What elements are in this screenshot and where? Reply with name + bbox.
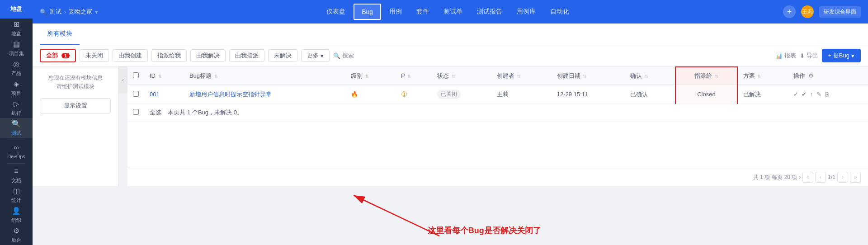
sidebar-item-stats[interactable]: ◫ 统计 [0,185,33,205]
sort-icon: ⇅ [583,74,586,79]
filter-assigned-button[interactable]: 指派给我 [151,49,187,62]
table-wrap: ID ⇅ Bug标题 ⇅ 级别 ⇅ P ⇅ [127,66,868,122]
annotation-text: 这里看每个Bug是否解决关闭了 [428,225,541,236]
content-row: 您现在还没有模块信息 请维护测试模块 显示设置 ‹ [33,66,868,186]
col-actions: 操作 ⚙ [788,67,868,85]
sidebar-logo[interactable]: 地盘 [0,0,33,19]
row-checkbox[interactable] [133,91,139,97]
annotation-area: 这里看每个Bug是否解决关闭了 [33,186,868,245]
filter-unresolved-button[interactable]: 未解决 [268,49,297,62]
chevron-down-icon: ▾ [321,52,324,59]
filter-all-button[interactable]: 全部 1 [40,49,76,62]
sort-icon: ⇅ [214,74,218,79]
bug-id-link[interactable]: 001 [150,91,160,98]
menu-item-case[interactable]: 用例 [382,0,409,24]
subtab-all-modules[interactable]: 所有模块 [40,24,80,45]
menu-item-dashboard[interactable]: 仪表盘 [319,0,353,24]
sidebar-divider [7,140,25,140]
sidebar-item-label: 项目 [11,90,21,97]
menu-item-report[interactable]: 测试报告 [470,0,509,24]
sort-icon: ⇅ [158,74,162,79]
select-all-checkbox[interactable] [133,72,139,78]
add-button[interactable]: + [783,5,796,18]
cell-assigned: Closed [675,85,737,104]
topnav-right: + 王莉 研发综合界面 [783,5,861,18]
table-row: 001 新增用户信息时提示空指针异常 🔥 ① [127,85,868,104]
sort-icon: ⇅ [757,74,761,79]
footer-select-all-checkbox[interactable] [133,109,139,115]
table-footer-row: 全选 本页共 1 个Bug，未解决 0。 [127,104,868,122]
pagination-total: 共 1 项 [753,174,770,181]
sidebar-item-admin[interactable]: ⚙ 后台 [0,225,33,245]
filter-bar: 全部 1 未关闭 由我创建 指派给我 由我解决 由我指派 未解决 更多 [33,45,868,66]
search-icon: 🔍 [333,52,340,59]
add-bug-button[interactable]: + 提Bug ▾ [822,49,861,62]
col-assigned[interactable]: 指派给 ⇅ [675,67,737,85]
bug-title-link[interactable]: 新增用户信息时提示空指针异常 [189,91,272,98]
col-title[interactable]: Bug标题 ⇅ [184,67,346,85]
sidebar-item-devops[interactable]: ∞ DevOps [0,141,33,161]
col-confirmed[interactable]: 确认 ⇅ [625,67,675,85]
panel-collapse-button[interactable]: ‹ [118,66,127,94]
menu-item-bug[interactable]: Bug [354,4,381,20]
settings-icon[interactable]: ⚙ [808,72,814,79]
action-ok-icon[interactable]: ✓ [793,91,798,98]
page-last-button[interactable]: » [850,172,861,183]
sidebar-item-dashboard[interactable]: ⊞ 地盘 [0,19,33,38]
export-button[interactable]: ⬇ 导出 [800,52,818,60]
sidebar-item-label: 测试 [11,130,21,137]
search-trigger[interactable]: 🔍 搜索 [333,52,354,60]
filter-created-by-me-button[interactable]: 由我创建 [113,49,148,62]
report-button[interactable]: 📊 报表 [775,52,796,60]
sidebar-item-product[interactable]: ◎ 产品 [0,58,33,78]
filter-resolved-button[interactable]: 由我解决 [190,49,226,62]
product-icon: ◎ [13,60,19,68]
cell-creator: 王莉 [491,85,552,104]
pagination-bar: 共 1 项 每页 20 项 › « ‹ 1/1 › » [127,168,868,186]
menu-item-testlist[interactable]: 测试单 [436,0,470,24]
status-badge: 已关闭 [437,90,461,99]
col-status[interactable]: 状态 ⇅ [432,67,491,85]
breadcrumb-project: 宠物之家 [69,8,92,16]
col-id[interactable]: ID ⇅ [144,67,184,85]
filter-more-button[interactable]: 更多 ▾ [301,49,330,62]
sidebar-item-docs[interactable]: ≡ 文档 [0,165,33,185]
col-creator[interactable]: 创建者 ⇅ [491,67,552,85]
col-solution[interactable]: 方案 ⇅ [737,67,788,85]
cell-created-date: 12-29 15:11 [552,85,625,104]
menu-item-suite[interactable]: 套件 [409,0,436,24]
sidebar-item-execute[interactable]: ▷ 执行 [0,98,33,118]
menu-item-automation[interactable]: 自动化 [543,0,576,24]
filter-count-badge: 1 [61,53,70,58]
page-next-button[interactable]: › [837,172,848,183]
filter-dispatched-button[interactable]: 由我指派 [229,49,264,62]
org-icon: 👤 [12,207,21,215]
pagination-current: 1/1 [828,174,835,180]
sidebar-item-project[interactable]: ◈ 项目 [0,78,33,98]
cell-status: 已关闭 [432,85,491,104]
workspace-switcher[interactable]: 研发综合界面 [819,6,861,18]
sidebar-item-projects[interactable]: ▦ 项目集 [0,38,33,58]
action-copy-icon[interactable]: ⎘ [825,91,829,98]
sidebar-item-label: 文档 [11,177,21,184]
sidebar-item-org[interactable]: 👤 组织 [0,205,33,225]
project-icon: ◈ [14,80,19,88]
action-check-icon[interactable]: ✔ [802,91,807,98]
admin-icon: ⚙ [13,226,19,235]
content-area: 所有模块 全部 1 未关闭 由我创建 指派给我 由我解决 由我指派 [33,24,868,245]
filter-unfixed-button[interactable]: 未关闭 [80,49,109,62]
cell-title: 新增用户信息时提示空指针异常 [184,85,346,104]
display-settings-button[interactable]: 显示设置 [40,98,111,113]
menu-item-usecase[interactable]: 用例库 [509,0,543,24]
page-prev-button[interactable]: ‹ [815,172,826,183]
col-level[interactable]: 级别 ⇅ [345,67,395,85]
action-upload-icon[interactable]: ↑ [810,91,813,98]
col-priority[interactable]: P ⇅ [396,67,432,85]
avatar[interactable]: 王莉 [801,5,814,18]
action-edit-icon[interactable]: ✎ [816,91,821,98]
cell-id: 001 [144,85,184,104]
page-first-button[interactable]: « [802,172,813,183]
col-created-date[interactable]: 创建日期 ⇅ [552,67,625,85]
sidebar-item-test[interactable]: 🔍 测试 [0,118,33,138]
execute-icon: ▷ [14,99,19,108]
